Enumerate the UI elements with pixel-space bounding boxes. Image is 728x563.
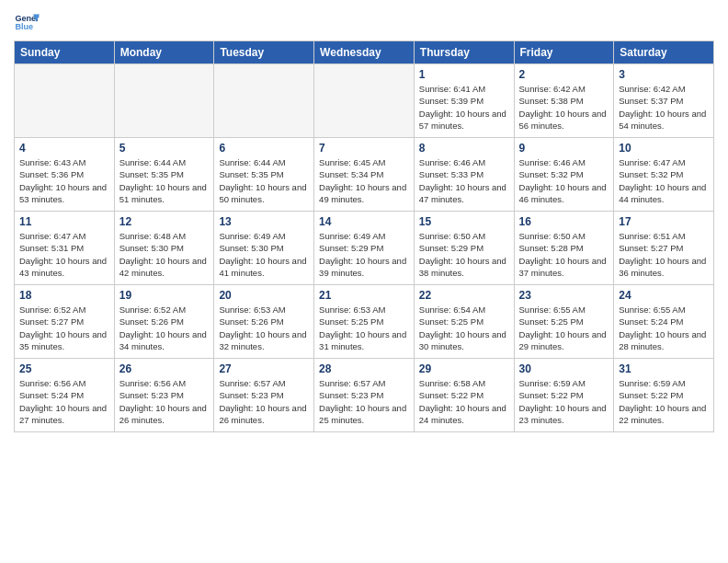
calendar-cell: 3Sunrise: 6:42 AMSunset: 5:37 PMDaylight… [614,64,714,138]
calendar-cell: 22Sunrise: 6:54 AMSunset: 5:25 PMDayligh… [414,285,514,359]
day-header-tuesday: Tuesday [214,41,314,64]
calendar-header-row: SundayMondayTuesdayWednesdayThursdayFrid… [15,41,714,64]
calendar-cell: 7Sunrise: 6:45 AMSunset: 5:34 PMDaylight… [314,138,415,212]
day-header-friday: Friday [514,41,614,64]
day-number: 26 [119,362,210,375]
calendar-cell: 1Sunrise: 6:41 AMSunset: 5:39 PMDaylight… [414,64,514,138]
week-row-4: 18Sunrise: 6:52 AMSunset: 5:27 PMDayligh… [15,285,714,359]
week-row-3: 11Sunrise: 6:47 AMSunset: 5:31 PMDayligh… [15,212,714,285]
day-number: 17 [619,215,709,228]
day-number: 30 [519,362,609,375]
day-number: 5 [119,142,210,155]
day-number: 31 [619,362,709,375]
day-info: Sunrise: 6:50 AMSunset: 5:29 PMDaylight:… [419,230,509,279]
calendar-cell: 12Sunrise: 6:48 AMSunset: 5:30 PMDayligh… [114,212,214,285]
day-info: Sunrise: 6:52 AMSunset: 5:26 PMDaylight:… [119,304,210,352]
day-number: 8 [419,142,509,155]
day-info: Sunrise: 6:48 AMSunset: 5:30 PMDaylight:… [119,230,210,279]
day-info: Sunrise: 6:46 AMSunset: 5:33 PMDaylight:… [419,156,509,205]
day-header-wednesday: Wednesday [314,41,415,64]
day-info: Sunrise: 6:42 AMSunset: 5:38 PMDaylight:… [519,83,609,132]
day-number: 23 [519,289,609,302]
day-info: Sunrise: 6:44 AMSunset: 5:35 PMDaylight:… [219,156,309,205]
day-number: 24 [619,289,709,302]
day-info: Sunrise: 6:54 AMSunset: 5:25 PMDaylight:… [419,304,509,352]
day-number: 14 [319,215,409,228]
calendar-cell: 25Sunrise: 6:56 AMSunset: 5:24 PMDayligh… [15,359,115,432]
calendar-cell: 18Sunrise: 6:52 AMSunset: 5:27 PMDayligh… [15,285,115,359]
calendar-cell: 28Sunrise: 6:57 AMSunset: 5:23 PMDayligh… [314,359,415,432]
day-info: Sunrise: 6:55 AMSunset: 5:25 PMDaylight:… [519,304,609,352]
day-number: 19 [119,289,210,302]
day-number: 20 [219,289,309,302]
day-info: Sunrise: 6:41 AMSunset: 5:39 PMDaylight:… [419,83,509,132]
calendar-cell: 19Sunrise: 6:52 AMSunset: 5:26 PMDayligh… [114,285,214,359]
calendar-cell: 10Sunrise: 6:47 AMSunset: 5:32 PMDayligh… [614,138,714,212]
calendar-cell: 13Sunrise: 6:49 AMSunset: 5:30 PMDayligh… [214,212,314,285]
calendar-cell: 24Sunrise: 6:55 AMSunset: 5:24 PMDayligh… [614,285,714,359]
calendar-cell: 21Sunrise: 6:53 AMSunset: 5:25 PMDayligh… [314,285,415,359]
day-info: Sunrise: 6:44 AMSunset: 5:35 PMDaylight:… [119,156,210,205]
day-number: 9 [519,142,609,155]
calendar-cell: 14Sunrise: 6:49 AMSunset: 5:29 PMDayligh… [314,212,415,285]
day-number: 1 [419,68,509,81]
calendar-cell: 5Sunrise: 6:44 AMSunset: 5:35 PMDaylight… [114,138,214,212]
day-info: Sunrise: 6:42 AMSunset: 5:37 PMDaylight:… [619,83,709,132]
day-number: 29 [419,362,509,375]
day-info: Sunrise: 6:56 AMSunset: 5:23 PMDaylight:… [119,377,210,426]
calendar-cell: 6Sunrise: 6:44 AMSunset: 5:35 PMDaylight… [214,138,314,212]
calendar-cell: 11Sunrise: 6:47 AMSunset: 5:31 PMDayligh… [15,212,115,285]
day-info: Sunrise: 6:59 AMSunset: 5:22 PMDaylight:… [519,377,609,426]
calendar-cell [15,64,115,138]
day-info: Sunrise: 6:47 AMSunset: 5:31 PMDaylight:… [19,230,109,279]
day-number: 16 [519,215,609,228]
day-header-thursday: Thursday [414,41,514,64]
calendar-cell: 4Sunrise: 6:43 AMSunset: 5:36 PMDaylight… [15,138,115,212]
day-info: Sunrise: 6:58 AMSunset: 5:22 PMDaylight:… [419,377,509,426]
calendar-table: SundayMondayTuesdayWednesdayThursdayFrid… [14,40,714,432]
calendar-cell: 26Sunrise: 6:56 AMSunset: 5:23 PMDayligh… [114,359,214,432]
day-info: Sunrise: 6:43 AMSunset: 5:36 PMDaylight:… [19,156,109,205]
day-info: Sunrise: 6:53 AMSunset: 5:25 PMDaylight:… [319,304,409,352]
week-row-2: 4Sunrise: 6:43 AMSunset: 5:36 PMDaylight… [15,138,714,212]
day-number: 6 [219,142,309,155]
day-info: Sunrise: 6:45 AMSunset: 5:34 PMDaylight:… [319,156,409,205]
day-number: 12 [119,215,210,228]
logo: General Blue [14,9,43,35]
calendar-cell: 20Sunrise: 6:53 AMSunset: 5:26 PMDayligh… [214,285,314,359]
calendar-cell: 16Sunrise: 6:50 AMSunset: 5:28 PMDayligh… [514,212,614,285]
day-number: 4 [19,142,109,155]
calendar-cell: 15Sunrise: 6:50 AMSunset: 5:29 PMDayligh… [414,212,514,285]
calendar-cell: 30Sunrise: 6:59 AMSunset: 5:22 PMDayligh… [514,359,614,432]
day-info: Sunrise: 6:52 AMSunset: 5:27 PMDaylight:… [19,304,109,352]
calendar-cell: 9Sunrise: 6:46 AMSunset: 5:32 PMDaylight… [514,138,614,212]
calendar-cell: 17Sunrise: 6:51 AMSunset: 5:27 PMDayligh… [614,212,714,285]
day-info: Sunrise: 6:47 AMSunset: 5:32 PMDaylight:… [619,156,709,205]
day-number: 10 [619,142,709,155]
day-number: 11 [19,215,109,228]
calendar-cell [114,64,214,138]
logo-icon: General Blue [14,9,40,35]
svg-text:Blue: Blue [15,22,33,31]
calendar-cell [214,64,314,138]
day-info: Sunrise: 6:49 AMSunset: 5:30 PMDaylight:… [219,230,309,279]
day-number: 25 [19,362,109,375]
day-number: 13 [219,215,309,228]
day-header-sunday: Sunday [15,41,115,64]
day-header-saturday: Saturday [614,41,714,64]
calendar-cell [314,64,415,138]
day-info: Sunrise: 6:57 AMSunset: 5:23 PMDaylight:… [219,377,309,426]
week-row-1: 1Sunrise: 6:41 AMSunset: 5:39 PMDaylight… [15,64,714,138]
day-info: Sunrise: 6:53 AMSunset: 5:26 PMDaylight:… [219,304,309,352]
calendar-cell: 27Sunrise: 6:57 AMSunset: 5:23 PMDayligh… [214,359,314,432]
page-header: General Blue [14,9,714,35]
day-info: Sunrise: 6:55 AMSunset: 5:24 PMDaylight:… [619,304,709,352]
day-number: 21 [319,289,409,302]
day-info: Sunrise: 6:57 AMSunset: 5:23 PMDaylight:… [319,377,409,426]
day-number: 3 [619,68,709,81]
calendar-cell: 29Sunrise: 6:58 AMSunset: 5:22 PMDayligh… [414,359,514,432]
day-number: 28 [319,362,409,375]
day-number: 27 [219,362,309,375]
day-number: 2 [519,68,609,81]
day-header-monday: Monday [114,41,214,64]
